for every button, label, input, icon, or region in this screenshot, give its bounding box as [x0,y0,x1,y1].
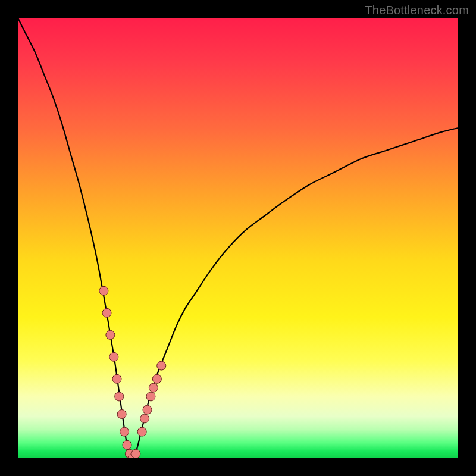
bead-marker [152,374,161,383]
bead-marker [112,374,121,383]
bead-marker [99,286,108,295]
bead-marker [149,383,158,392]
bead-marker [140,414,149,423]
bead-marker [102,308,111,317]
bead-marker [131,449,140,458]
bead-marker [143,405,152,414]
bead-marker [123,440,131,449]
bead-marker [106,330,115,339]
bottleneck-curve [18,18,458,458]
bead-marker [117,410,126,419]
bead-markers [99,286,166,458]
plot-area [18,18,458,458]
bead-marker [157,361,166,370]
chart-frame: TheBottleneck.com [0,0,476,476]
bead-marker [137,427,146,436]
watermark-text: TheBottleneck.com [365,4,469,17]
curve-layer [18,18,458,458]
bead-marker [120,427,129,436]
bead-marker [109,352,118,361]
bead-marker [146,392,155,401]
bead-marker [115,392,124,401]
